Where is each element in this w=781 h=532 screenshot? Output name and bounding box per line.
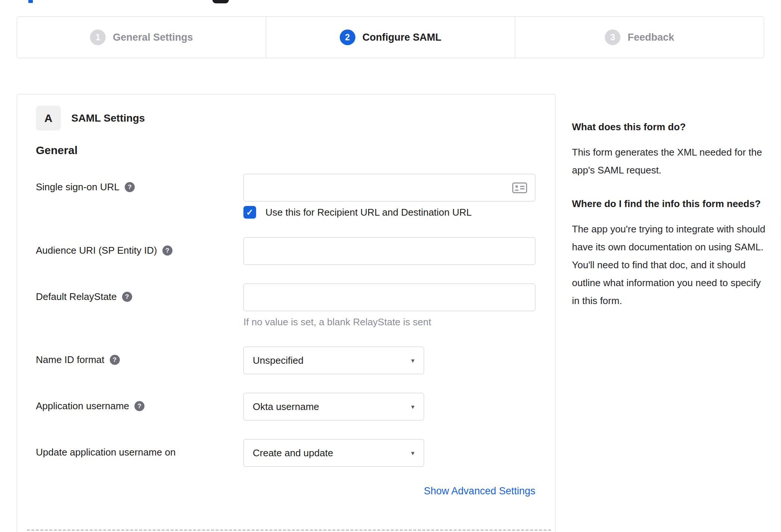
relaystate-hint: If no value is set, a blank RelayState i…	[243, 316, 555, 328]
help-icon[interactable]: ?	[134, 401, 144, 411]
step-label: Configure SAML	[363, 32, 441, 43]
step-number-badge: 3	[605, 29, 620, 45]
field-row-update-application-username-on: Update application username on Create an…	[36, 439, 555, 467]
section-title: SAML Settings	[71, 112, 145, 124]
recipient-url-checkbox[interactable]: ✓	[243, 206, 256, 219]
chevron-down-icon: ▼	[410, 404, 416, 410]
update-application-username-on-label: Update application username on	[36, 447, 175, 458]
chevron-down-icon: ▼	[410, 450, 416, 456]
single-sign-on-url-label: Single sign-on URL	[36, 181, 119, 193]
update-application-username-on-select[interactable]: Create and update ▼	[243, 439, 424, 467]
help-icon[interactable]: ?	[162, 245, 172, 256]
step-number-badge: 2	[340, 29, 355, 45]
show-advanced-settings-link[interactable]: Show Advanced Settings	[424, 485, 535, 497]
help-icon[interactable]: ?	[122, 292, 132, 302]
recipient-url-checkbox-label: Use this for Recipient URL and Destinati…	[265, 207, 472, 218]
single-sign-on-url-input[interactable]	[243, 174, 535, 201]
step-label: General Settings	[113, 32, 193, 43]
general-group-title: General	[36, 144, 555, 157]
section-header: A SAML Settings	[36, 106, 555, 131]
help-panel: What does this form do? This form genera…	[572, 119, 766, 326]
help-icon[interactable]: ?	[125, 182, 135, 192]
update-application-username-on-value: Create and update	[253, 447, 333, 459]
name-id-format-select[interactable]: Unspecified ▼	[243, 347, 424, 374]
help-heading-what: What does this form do?	[572, 119, 766, 135]
field-row-application-username: Application username ? Okta username ▼	[36, 393, 555, 420]
help-icon[interactable]: ?	[110, 355, 120, 365]
name-id-format-value: Unspecified	[253, 355, 304, 366]
step-number-badge: 1	[90, 29, 106, 45]
application-username-value: Okta username	[253, 401, 319, 413]
step-feedback[interactable]: 3 Feedback	[515, 17, 764, 58]
step-general-settings[interactable]: 1 General Settings	[17, 17, 266, 58]
application-username-select[interactable]: Okta username ▼	[243, 393, 424, 420]
saml-settings-card: A SAML Settings General Single sign-on U…	[17, 94, 556, 532]
name-id-format-label: Name ID format	[36, 354, 105, 366]
audience-uri-input[interactable]	[243, 237, 535, 265]
wizard-stepper: 1 General Settings 2 Configure SAML 3 Fe…	[17, 16, 764, 58]
field-row-audience-uri: Audience URI (SP Entity ID) ?	[36, 237, 555, 265]
application-username-label: Application username	[36, 400, 129, 412]
cut-off-dark-fragment	[212, 0, 229, 3]
chevron-down-icon: ▼	[410, 357, 416, 364]
dashed-divider	[27, 529, 551, 531]
cut-off-blue-fragment	[28, 0, 33, 3]
help-heading-where: Where do I find the info this form needs…	[572, 195, 766, 212]
help-body-where: The app you're trying to integrate with …	[572, 220, 766, 310]
recipient-url-checkbox-row: ✓ Use this for Recipient URL and Destina…	[243, 206, 555, 219]
field-row-name-id-format: Name ID format ? Unspecified ▼	[36, 347, 555, 374]
audience-uri-label: Audience URI (SP Entity ID)	[36, 245, 157, 256]
default-relaystate-label: Default RelayState	[36, 291, 117, 303]
default-relaystate-input[interactable]	[243, 284, 535, 311]
help-body-what: This form generates the XML needed for t…	[572, 143, 766, 179]
section-a-badge: A	[36, 106, 61, 131]
field-row-single-sign-on-url: Single sign-on URL ? ✓ Use this for Reci…	[36, 174, 555, 219]
advanced-settings-row: Show Advanced Settings	[36, 485, 555, 497]
address-card-icon	[512, 182, 527, 193]
field-row-default-relaystate: Default RelayState ? If no value is set,…	[36, 284, 555, 328]
step-label: Feedback	[628, 32, 674, 43]
step-configure-saml[interactable]: 2 Configure SAML	[266, 17, 515, 58]
